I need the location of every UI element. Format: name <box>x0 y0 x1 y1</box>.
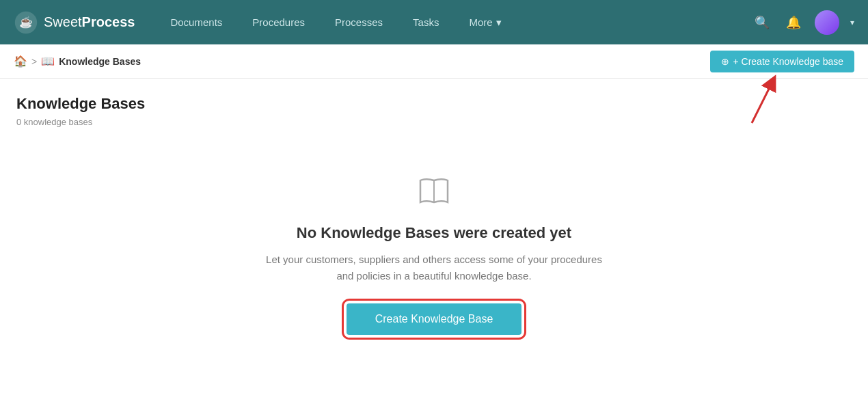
home-breadcrumb[interactable]: 🏠 <box>14 55 27 68</box>
breadcrumb-bar: 🏠 > 📖 Knowledge Bases ⊕ + Create Knowled… <box>0 44 868 79</box>
search-button[interactable]: 🔍 <box>752 12 772 33</box>
nav-procedures[interactable]: Procedures <box>237 0 320 44</box>
empty-state: No Knowledge Bases were created yet Let … <box>16 148 852 349</box>
chevron-down-icon: ▾ <box>496 16 502 29</box>
nav-processes[interactable]: Processes <box>320 0 398 44</box>
breadcrumb: 🏠 > 📖 Knowledge Bases <box>14 55 141 68</box>
brand-name: SweetProcess <box>44 14 135 30</box>
plus-icon: ⊕ <box>721 56 729 67</box>
book-icon: 📖 <box>41 55 55 68</box>
navbar: ☕ SweetProcess Documents Procedures Proc… <box>0 0 868 44</box>
empty-book-icon <box>416 175 452 213</box>
create-knowledge-base-header-button[interactable]: ⊕ + Create Knowledge base <box>710 51 855 72</box>
svg-text:☕: ☕ <box>19 15 33 29</box>
create-knowledge-base-center-button[interactable]: Create Knowledge Base <box>347 303 522 335</box>
empty-state-description: Let your customers, suppliers and others… <box>256 251 612 284</box>
page-subtitle: 0 knowledge bases <box>16 117 852 127</box>
nav-links: Documents Procedures Processes Tasks Mor… <box>155 0 752 44</box>
main-content: Knowledge Bases 0 knowledge bases No Kno… <box>0 79 868 365</box>
page-title: Knowledge Bases <box>16 95 852 113</box>
brand-logo[interactable]: ☕ SweetProcess <box>14 10 135 35</box>
nav-more[interactable]: More ▾ <box>454 0 516 44</box>
nav-tasks[interactable]: Tasks <box>398 0 454 44</box>
breadcrumb-label: Knowledge Bases <box>59 56 141 67</box>
empty-state-title: No Knowledge Bases were created yet <box>297 224 571 242</box>
avatar[interactable] <box>815 10 839 35</box>
nav-documents[interactable]: Documents <box>155 0 237 44</box>
breadcrumb-current: 📖 Knowledge Bases <box>41 55 141 68</box>
notifications-button[interactable]: 🔔 <box>783 12 804 33</box>
account-chevron-icon[interactable]: ▾ <box>850 18 854 27</box>
breadcrumb-separator: > <box>31 56 37 67</box>
nav-actions: 🔍 🔔 ▾ <box>752 10 854 35</box>
brand-icon: ☕ <box>14 10 38 35</box>
create-kb-header-label: + Create Knowledge base <box>733 56 844 67</box>
